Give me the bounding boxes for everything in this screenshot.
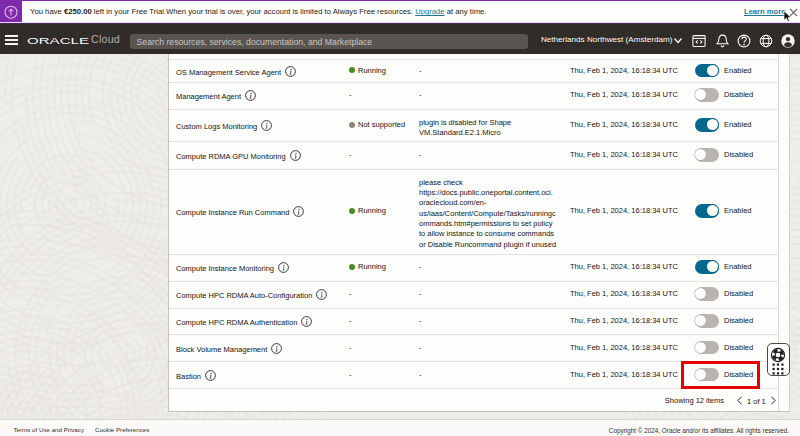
svg-text:ORACLE: ORACLE <box>27 35 90 46</box>
